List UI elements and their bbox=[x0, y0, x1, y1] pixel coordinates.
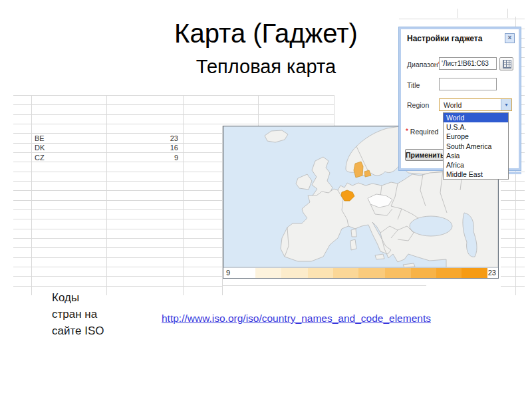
region-option[interactable]: South America bbox=[444, 142, 508, 151]
range-label-text: Диапазон bbox=[407, 61, 438, 68]
iso-note-line: Коды bbox=[52, 289, 104, 306]
dialog-title: Настройки гаджета bbox=[407, 34, 482, 43]
range-input[interactable] bbox=[439, 57, 497, 70]
chevron-down-icon[interactable]: ▼ bbox=[501, 99, 511, 110]
denmark-region bbox=[354, 162, 363, 178]
grid-line bbox=[31, 126, 32, 295]
range-picker-button[interactable] bbox=[499, 57, 513, 70]
grid-line bbox=[458, 9, 458, 18]
black-sea bbox=[410, 216, 452, 236]
required-note: * Required bbox=[406, 128, 438, 136]
grid-line bbox=[183, 96, 184, 126]
region-option[interactable]: Middle East bbox=[444, 170, 508, 179]
slide: Карта (Гаджет) Тепловая карта BE 23 DK 1… bbox=[0, 0, 532, 399]
grid-line bbox=[507, 9, 508, 18]
required-note-text: Required bbox=[410, 128, 439, 136]
sheet-cell-country-code[interactable]: CZ bbox=[35, 153, 101, 162]
grid-picker-icon bbox=[503, 60, 511, 68]
region-option[interactable]: World bbox=[444, 113, 508, 122]
iso-note-line: стран на bbox=[52, 306, 104, 323]
sheet-cell-value[interactable]: 16 bbox=[106, 143, 181, 152]
corsica-region bbox=[351, 229, 356, 237]
sheet-grid-top bbox=[13, 95, 334, 126]
sheet-grid-topright bbox=[399, 8, 525, 19]
title-field-label: Title bbox=[407, 81, 420, 89]
iso-note: Коды стран на сайте ISO bbox=[52, 289, 104, 339]
region-selected-value: World bbox=[444, 101, 462, 109]
grid-line bbox=[106, 96, 107, 126]
heatmap-legend: 9 23 bbox=[223, 267, 498, 278]
sardinia-region bbox=[350, 239, 356, 250]
region-option[interactable]: Europe bbox=[444, 132, 508, 141]
region-dropdown-list: World U.S.A. Europe South America Asia A… bbox=[443, 112, 509, 180]
region-select[interactable]: World ▼ bbox=[439, 98, 512, 111]
sheet-cell-value[interactable]: 23 bbox=[106, 134, 181, 143]
sheet-cell-country-code[interactable]: BE bbox=[35, 134, 101, 143]
region-option[interactable]: Africa bbox=[444, 160, 508, 170]
sheet-cell-value[interactable]: 9 bbox=[106, 153, 181, 162]
iso-link[interactable]: http://www.iso.org/iso/country_names_and… bbox=[162, 313, 431, 325]
range-field-label: Диапазон* bbox=[407, 61, 440, 68]
close-icon[interactable]: × bbox=[505, 33, 515, 43]
required-asterisk: * bbox=[406, 128, 408, 135]
legend-min-label: 9 bbox=[226, 269, 230, 277]
sheet-cell-country-code[interactable]: DK bbox=[35, 143, 101, 152]
region-option[interactable]: Asia bbox=[444, 151, 508, 160]
apply-button[interactable]: Применить bbox=[405, 149, 444, 161]
grid-line bbox=[258, 96, 259, 126]
region-option[interactable]: U.S.A. bbox=[444, 122, 508, 132]
grid-line bbox=[31, 96, 32, 126]
title-input[interactable] bbox=[439, 78, 497, 90]
region-field-label: Region bbox=[407, 101, 429, 109]
iso-note-line: сайте ISO bbox=[52, 323, 104, 339]
sheet-grid-bottom bbox=[223, 279, 426, 296]
grid-line bbox=[183, 126, 184, 295]
legend-max-label: 23 bbox=[488, 269, 496, 277]
